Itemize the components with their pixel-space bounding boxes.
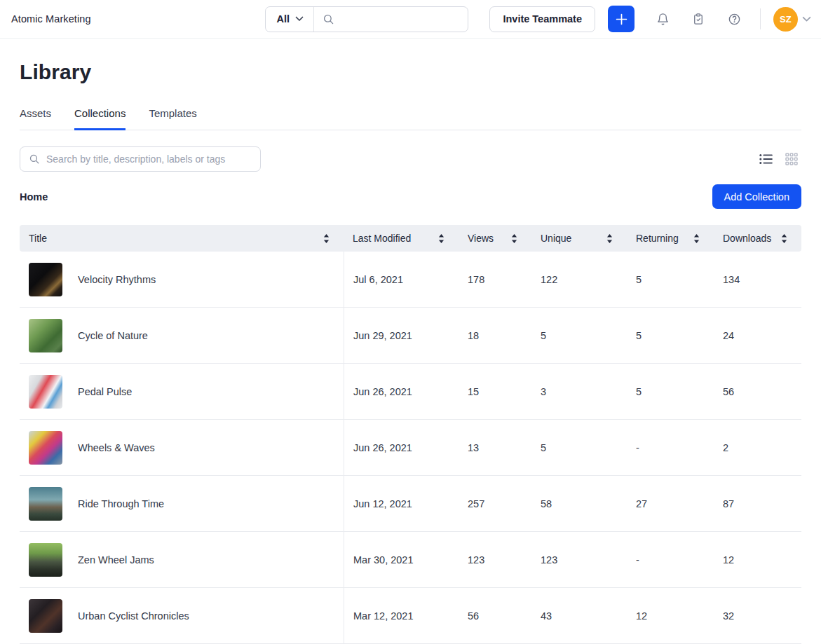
last-modified-cell: Jun 12, 2021 [344,476,459,531]
question-circle-icon [728,13,741,26]
tasks-button[interactable] [691,11,706,27]
table-row[interactable]: Wheels & Waves Jun 26, 2021 13 5 - 2 [20,420,801,476]
add-collection-button[interactable]: Add Collection [712,184,802,209]
table-row[interactable]: Cycle of Nature Jun 29, 2021 18 5 5 24 [20,308,801,364]
column-label: Returning [636,233,679,244]
returning-cell: - [627,532,714,587]
downloads-cell: 56 [714,364,801,419]
table-row[interactable]: Zen Wheel Jams Mar 30, 2021 123 123 - 12 [20,532,801,588]
views-cell: 123 [459,532,531,587]
last-modified-cell: Jun 26, 2021 [344,420,459,475]
column-label: Views [468,233,494,244]
unique-cell: 5 [531,308,627,363]
page-title: Library [20,60,801,84]
collection-title[interactable]: Wheels & Waves [78,442,155,453]
downloads-cell: 12 [714,532,801,587]
tab-assets[interactable]: Assets [20,107,51,130]
returning-cell: 27 [627,476,714,531]
table-row[interactable]: Pedal Pulse Jun 26, 2021 15 3 5 56 [20,364,801,420]
table-header-row: Title Last Modified Views Unique Returni… [20,225,801,252]
sort-icon [323,234,330,243]
views-cell: 257 [459,476,531,531]
sort-icon [511,234,517,243]
column-label: Unique [541,233,571,244]
account-menu-chevron-icon[interactable] [802,16,811,22]
top-navigation-bar: Atomic Marketing All Invite Teammate [0,0,821,39]
collection-search-input[interactable] [46,153,252,165]
sort-icon [438,234,445,243]
title-cell: Cycle of Nature [20,308,344,363]
last-modified-cell: Jun 26, 2021 [344,364,459,419]
global-search: All [265,6,468,32]
views-cell: 178 [459,252,531,307]
grid-view-button[interactable] [785,153,798,165]
chevron-down-icon [295,16,304,22]
search-scope-label: All [276,13,290,25]
breadcrumb[interactable]: Home [20,191,48,203]
global-search-input[interactable] [340,13,467,25]
tab-collections[interactable]: Collections [74,107,125,130]
column-label: Last Modified [353,233,411,244]
help-button[interactable] [726,11,742,27]
action-row: Home Add Collection [20,184,801,209]
last-modified-cell: Mar 12, 2021 [344,588,459,643]
column-header-returning[interactable]: Returning [627,225,714,252]
title-cell: Pedal Pulse [20,364,344,419]
collection-title[interactable]: Cycle of Nature [78,330,148,341]
notifications-button[interactable] [655,11,670,27]
title-cell: Velocity Rhythms [20,252,344,307]
column-header-downloads[interactable]: Downloads [714,225,801,252]
red-bike-photo [29,375,62,409]
views-cell: 56 [459,588,531,643]
create-new-button[interactable] [608,6,635,32]
table-row[interactable]: Urban Cyclist Chronicles Mar 12, 2021 56… [20,588,801,644]
invite-teammate-button[interactable]: Invite Teammate [489,6,595,32]
table-row[interactable]: Ride Through Time Jun 12, 2021 257 58 27… [20,476,801,532]
race-cyclists-photo [29,431,62,465]
table-row[interactable]: Velocity Rhythms Jul 6, 2021 178 122 5 1… [20,252,801,308]
column-header-last-modified[interactable]: Last Modified [344,225,459,252]
collection-title[interactable]: Pedal Pulse [78,386,132,397]
column-header-unique[interactable]: Unique [531,225,627,252]
collections-table: Title Last Modified Views Unique Returni… [20,225,801,644]
collection-title[interactable]: Velocity Rhythms [78,274,156,285]
user-avatar[interactable]: SZ [773,7,798,32]
bell-icon [656,13,670,26]
column-label: Downloads [723,233,771,244]
clipboard-check-icon [692,13,705,25]
list-view-button[interactable] [759,153,773,165]
collection-title[interactable]: Urban Cyclist Chronicles [78,610,189,622]
unique-cell: 43 [531,588,627,643]
views-cell: 13 [459,420,531,475]
search-scope-dropdown[interactable]: All [266,7,314,32]
last-modified-cell: Mar 30, 2021 [344,532,459,587]
collection-search-box [20,146,261,172]
views-cell: 15 [459,364,531,419]
title-cell: Urban Cyclist Chronicles [20,588,344,643]
returning-cell: 12 [627,588,714,643]
column-header-views[interactable]: Views [459,225,531,252]
filter-row [20,146,801,172]
sort-icon [606,234,613,243]
collection-title[interactable]: Ride Through Time [78,498,164,509]
forest-cyclist-photo [29,319,62,352]
grid-view-icon [785,153,798,165]
title-cell: Ride Through Time [20,476,344,531]
last-modified-cell: Jul 6, 2021 [344,252,459,307]
list-view-icon [759,153,773,165]
tab-templates[interactable]: Templates [149,107,196,130]
downloads-cell: 134 [714,252,801,307]
table-body: Velocity Rhythms Jul 6, 2021 178 122 5 1… [20,252,801,644]
column-header-title[interactable]: Title [20,225,344,252]
plus-icon [616,13,627,25]
night-cycling-photo [29,263,62,296]
mountain-ride-photo [29,487,62,521]
collection-title[interactable]: Zen Wheel Jams [78,554,154,566]
divider [760,8,761,29]
downloads-cell: 24 [714,308,801,363]
title-cell: Wheels & Waves [20,420,344,475]
returning-cell: 5 [627,308,714,363]
library-tabs: Assets Collections Templates [20,107,801,130]
unique-cell: 5 [531,420,627,475]
last-modified-cell: Jun 29, 2021 [344,308,459,363]
